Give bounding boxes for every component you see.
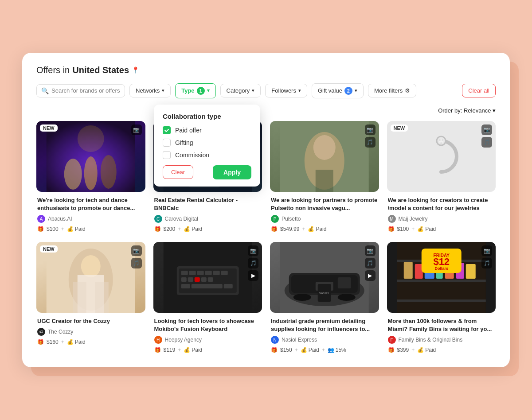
followers-chevron-icon: ▾ [298,88,301,93]
offer-card-4[interactable]: NEW 📷 🎵 We are looking for creators to c… [387,121,496,234]
paid-offer-label: Paid offer [175,127,202,134]
paid-badge-4: 💰Paid [417,226,436,232]
paid-icon-4: 💰 [417,226,424,232]
svg-point-1 [78,125,104,152]
commission-checkbox[interactable] [163,151,171,159]
brand-name-2: Carova Digital [165,216,198,222]
page-title-prefix: Offers in [36,65,70,75]
order-chevron-icon: ▾ [493,107,496,114]
card-brand-6: H Heepsy Agency [154,336,262,344]
clear-all-button[interactable]: Clear all [462,84,496,97]
brand-avatar-2: C [154,215,162,223]
offer-card-8[interactable]: FRIDAY $12 Dollars 📷 🎵 More than 100k fo… [387,242,496,355]
brand-name-7: Nasiol Express [282,337,317,343]
category-chevron-icon: ▾ [252,88,254,93]
instagram-icon-7: 📷 [365,245,376,256]
order-bar: Order by: Relevance ▾ [36,107,496,114]
dropdown-clear-button[interactable]: Clear [163,165,193,179]
paid-badge-5: 💰Paid [67,339,86,345]
brand-avatar-1: A [37,215,45,223]
platform-icons-3: 📷 🎵 [365,124,376,148]
networks-filter-button[interactable]: Networks ▾ [129,84,171,97]
price-1: $100 [47,226,59,232]
main-card: Offers in United States 📍 🔍 Networks ▾ T… [22,53,510,368]
gift-icon-8: 🎁 [388,347,395,353]
gift-icon-1: 🎁 [37,226,44,232]
page-header: Offers in United States 📍 [36,65,496,75]
gift-value-label: Gift value [318,87,342,94]
offer-card-1[interactable]: NEW 📷 We're looking for tech and dance e… [36,121,145,234]
gifting-checkbox[interactable] [163,139,171,147]
brand-name-1: Abacus.AI [48,216,72,222]
more-filters-button[interactable]: More filters ⚙ [368,84,416,97]
tiktok-icon-5: 🎵 [131,258,142,268]
commission-label: Commission [175,152,209,159]
brand-name-6: Heepsy Agency [165,337,202,343]
card-title-6: Looking for tech lovers to showcase Moki… [154,317,262,333]
instagram-icon-6: 📷 [248,245,258,256]
commission-icon-7: 👥 [328,347,334,353]
dropdown-title: Collaboration type [163,113,251,120]
offer-card-3[interactable]: 📷 🎵 We are looking for partners to promo… [270,121,379,234]
offer-card-5[interactable]: NEW 📷 🎵 UGC Creator for the Cozzy 🏷 The … [36,242,145,355]
search-input[interactable] [51,87,120,94]
gift-icon-4: 🎁 [388,226,395,232]
card-brand-7: N Nasiol Express [271,336,378,344]
svg-point-24 [440,142,442,144]
brand-avatar-8: F [388,336,396,344]
svg-rect-43 [201,277,206,282]
instagram-icon-4: 📷 [481,124,492,135]
ring-svg [419,134,463,179]
new-badge-1: NEW [40,124,58,132]
offer-card-6[interactable]: 📷 🎵 ▶ Looking for tech lovers to showcas… [153,242,262,355]
svg-rect-46 [191,284,222,288]
commission-option[interactable]: Commission [163,151,251,159]
gifting-option[interactable]: Gifting [163,139,251,147]
svg-point-52 [293,294,311,301]
svg-rect-34 [181,271,188,275]
offer-card-7[interactable]: NASIOL 📷 🎵 ▶ Industrial grade premium de… [270,242,379,355]
card-brand-5: 🏷 The Cozzy [37,328,145,336]
tiktok-icon-3: 🎵 [365,137,376,148]
price-6: $119 [164,347,176,353]
svg-rect-42 [194,277,200,282]
svg-point-23 [442,139,443,141]
tiktok-icon-6: 🎵 [248,258,258,268]
followers-filter-button[interactable]: Followers ▾ [265,84,307,97]
paid-offer-checkbox[interactable] [163,126,171,134]
svg-rect-55 [338,277,351,288]
brand-name-5: The Cozzy [48,329,73,335]
platform-icons-1: 📷 [131,124,142,135]
card-title-2: Real Estate Rental Calculator - BNBCalc [154,196,262,212]
price-7: $150 [280,347,292,353]
svg-rect-41 [188,277,193,282]
card-image-1: NEW 📷 [36,121,145,192]
category-filter-button[interactable]: Category ▾ [220,84,261,97]
svg-point-18 [313,135,336,160]
svg-rect-44 [207,277,213,282]
platform-icons-5: 📷 🎵 [131,245,142,268]
card-body-1: We're looking for tech and dance enthusi… [36,192,145,234]
card-meta-8: 🎁 $399 + 💰Paid [388,347,495,353]
filter-bar: 🔍 Networks ▾ Type 1 ▾ Category ▾ Followe… [36,83,496,98]
svg-rect-69 [466,264,475,279]
youtube-icon-6: ▶ [248,270,258,281]
networks-label: Networks [136,87,160,94]
commission-badge-7: 👥15% [328,347,346,353]
svg-point-53 [338,294,356,301]
type-filter-button[interactable]: Type 1 ▾ [175,83,215,98]
search-box[interactable]: 🔍 [36,84,125,97]
svg-point-22 [439,139,441,141]
card-brand-1: A Abacus.AI [37,215,145,223]
order-by-label: Order by: [438,107,462,114]
svg-rect-45 [181,284,190,288]
svg-point-4 [84,156,98,190]
type-chevron-icon: ▾ [207,88,210,93]
price-8: $399 [397,347,409,353]
dropdown-apply-button[interactable]: Apply [213,165,251,179]
order-by-selector[interactable]: Order by: Relevance ▾ [438,107,496,114]
card-meta-4: 🎁 $100 + 💰Paid [388,226,495,232]
paid-offer-option[interactable]: Paid offer [163,126,251,134]
paid-icon-8: 💰 [417,347,424,353]
gift-value-filter-button[interactable]: Gift value 2 ▾ [312,83,364,98]
